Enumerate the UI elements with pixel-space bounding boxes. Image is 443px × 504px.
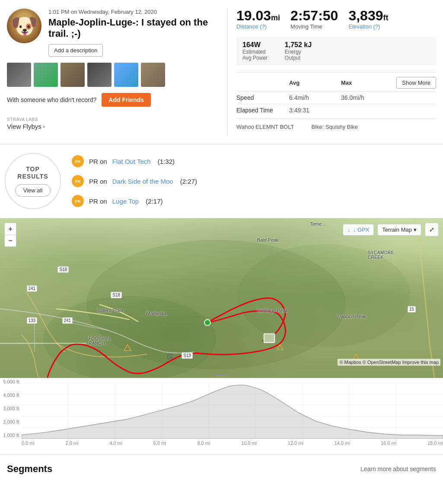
elev-x-8: 8.0 mi <box>197 440 210 446</box>
map-label-bald-peak: Bald Peak <box>257 237 279 242</box>
terrain-chevron-icon: ▾ <box>414 226 417 233</box>
elev-y-2000: 2,000 ft <box>0 419 21 424</box>
map-section[interactable]: Bald Peak Modjeska Bolero Point Santiago… <box>0 218 443 378</box>
photo-thumb-3[interactable] <box>61 63 85 87</box>
elev-x-18: 18.0 mi <box>427 440 443 446</box>
activity-meta: 1:01 PM on Wednesday, February 12, 2020 … <box>48 9 219 57</box>
photo-thumb-1[interactable] <box>7 63 31 87</box>
add-description-button[interactable]: Add a description <box>48 44 103 57</box>
speed-max: 36.0mi/h <box>341 94 393 101</box>
learn-more-segments-link[interactable]: Learn more about segments <box>360 466 436 472</box>
drag-dots-icon: ⋯ <box>215 375 228 377</box>
map-label-241: 241 <box>27 285 38 292</box>
top-results-text-line1: TOP <box>26 166 40 173</box>
speed-avg: 6.4mi/h <box>289 94 341 101</box>
map-label-modjeska: Modjeska <box>146 311 166 316</box>
svg-text:PR: PR <box>75 159 81 164</box>
elapsed-row: Elapsed Time 3:49:31 <box>236 104 436 116</box>
photo-thumb-6[interactable] <box>141 63 165 87</box>
energy-label2: Output <box>285 55 312 61</box>
right-panel: 19.03mi Distance (?) 2:57:50 Moving Time… <box>227 9 436 135</box>
avg-power-label2: Avg Power <box>242 55 268 61</box>
segments-section: Segments Learn more about segments <box>0 455 443 483</box>
add-friends-button[interactable]: Add Friends <box>102 93 151 107</box>
view-flybys-link[interactable]: View Flybys › <box>7 123 219 130</box>
elev-x-2: 2.0 mi <box>66 440 79 446</box>
fullscreen-button[interactable]: ⤢ <box>425 223 439 236</box>
segments-title: Segments <box>7 463 52 475</box>
secondary-stats: 164W Estimated Avg Power 1,752 kJ Energy… <box>236 37 436 65</box>
energy-stat: 1,752 kJ Energy Output <box>285 41 312 61</box>
map-label-s18-2: S18 <box>111 292 122 298</box>
pr-badge-2: PR <box>72 175 84 187</box>
map-label-teme: Teme... <box>310 221 326 226</box>
pr-time-1: (1:32) <box>156 158 175 165</box>
elev-x-4: 4.0 mi <box>109 440 122 446</box>
pr-time-3: (2:17) <box>144 198 163 205</box>
elevation-chart-container: 5,000 ft 4,000 ft 3,000 ft 2,000 ft 1,00… <box>0 378 443 439</box>
avatar <box>7 9 41 43</box>
with-someone-text: With someone who didn't record? <box>7 96 96 103</box>
photo-thumb-4[interactable] <box>87 63 112 87</box>
elevation-x-axis: 0.0 mi 2.0 mi 4.0 mi 6.0 mi 8.0 mi 10.0 … <box>0 439 443 446</box>
zoom-in-button[interactable]: + <box>4 223 16 235</box>
strava-labs-label: STRAVA LABS <box>7 117 219 122</box>
svg-rect-19 <box>169 355 170 357</box>
elev-x-6: 6.0 mi <box>153 440 166 446</box>
pr-text-1: PR on <box>89 158 107 165</box>
top-results-section: TOP RESULTS View all PR PR on Flat Out T… <box>0 144 443 218</box>
medal-circle: TOP RESULTS View all <box>5 153 61 209</box>
activity-title: Maple-Joplin-Luge-: I stayed on the trai… <box>48 17 219 40</box>
pr-time-2: (2:27) <box>178 178 197 185</box>
speed-label: Speed <box>236 94 289 101</box>
top-results-label: TOP RESULTS View all <box>7 153 59 209</box>
view-flybys-text: View Flybys <box>7 123 41 130</box>
fullscreen-icon: ⤢ <box>429 226 434 233</box>
photo-thumb-2[interactable] <box>34 63 58 87</box>
device-label: Wahoo ELEMNT BOLT <box>236 124 294 130</box>
pr-segment-link-3[interactable]: Luge Top <box>112 198 139 205</box>
pr-list: PR PR on Flat Out Tech (1:32) PR PR on D… <box>72 155 436 207</box>
stats-table-header: Avg Max Show More <box>236 77 436 89</box>
distance-label: Distance (?) <box>236 23 280 30</box>
map-top-controls: ↓ ↓ GPX Terrain Map ▾ ⤢ <box>343 223 439 236</box>
map-label-sycamore: SYCAMORECREEK <box>368 250 394 260</box>
distance-stat: 19.03mi Distance (?) <box>236 9 280 30</box>
gpx-download-button[interactable]: ↓ ↓ GPX <box>343 224 374 236</box>
elev-x-10: 10.0 mi <box>241 440 257 446</box>
pr-item-2: PR PR on Dark Side of the Moo (2:27) <box>72 175 436 187</box>
view-all-button[interactable]: View all <box>15 184 51 197</box>
energy-value: 1,752 kJ <box>285 41 312 49</box>
speed-row: Speed 6.4mi/h 36.0mi/h <box>236 91 436 104</box>
zoom-out-button[interactable]: − <box>4 235 16 247</box>
pr-text-3: PR on <box>89 198 107 205</box>
map-label-bolero: Bolero Point <box>98 308 124 313</box>
distance-value: 19.03mi <box>236 9 280 22</box>
avg-power-stat: 164W Estimated Avg Power <box>242 41 268 61</box>
friends-row: With someone who didn't record? Add Frie… <box>7 93 219 107</box>
elapsed-label: Elapsed Time <box>236 107 289 114</box>
pr-segment-link-1[interactable]: Flat Out Tech <box>112 158 151 165</box>
terrain-map-dropdown[interactable]: Terrain Map ▾ <box>377 224 421 236</box>
elevation-unit: ft <box>383 13 388 22</box>
show-more-button[interactable]: Show More <box>396 77 436 89</box>
svg-text:PR: PR <box>75 199 81 204</box>
elev-x-14: 14.0 mi <box>334 440 350 446</box>
elev-y-3000: 3,000 ft <box>0 406 21 411</box>
elevation-label: Elevation (?) <box>348 23 388 30</box>
flybys-chevron-icon: › <box>43 123 45 130</box>
elev-x-12: 12.0 mi <box>288 440 303 446</box>
gpx-label: ↓ GPX <box>353 226 370 233</box>
map-label-foothill: FOOTHILLRANCH <box>89 336 112 346</box>
stats-table: Avg Max Show More Speed 6.4mi/h 36.0mi/h… <box>236 72 436 116</box>
pr-item-1: PR PR on Flat Out Tech (1:32) <box>72 155 436 167</box>
bike-label: Bike: Squishy Bike <box>311 124 358 130</box>
photo-thumb-5[interactable] <box>114 63 138 87</box>
pr-segment-link-2[interactable]: Dark Side of the Moo <box>112 178 173 185</box>
pr-text-2: PR on <box>89 178 107 185</box>
map-label-trabuco: Trabuco Peak <box>337 314 366 319</box>
map-drag-handle[interactable]: ⋯ <box>211 374 233 378</box>
elev-y-5000: 5,000 ft <box>0 379 21 384</box>
max-column-header: Max <box>341 80 393 86</box>
svg-text:PR: PR <box>75 179 81 184</box>
